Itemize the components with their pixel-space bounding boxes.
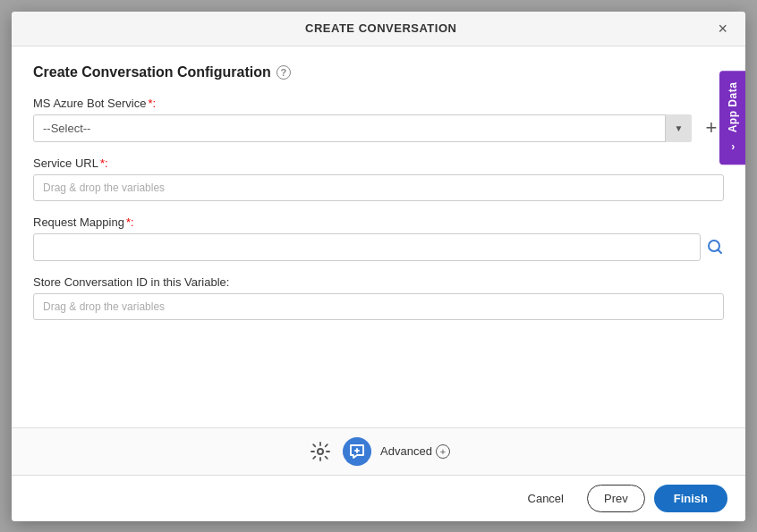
request-mapping-search-button[interactable] <box>706 238 724 256</box>
gear-button[interactable] <box>307 438 334 465</box>
ms-azure-select[interactable]: --Select-- <box>33 114 692 142</box>
section-title: Create Conversation Configuration ? <box>33 64 724 80</box>
close-button[interactable]: × <box>714 21 731 37</box>
service-url-input[interactable] <box>33 174 724 201</box>
app-data-label: App Data <box>727 81 739 132</box>
store-id-input[interactable] <box>33 293 724 320</box>
prev-button[interactable]: Prev <box>587 485 645 512</box>
modal-header: CREATE CONVERSATION × <box>12 12 745 46</box>
ms-azure-required-star: *: <box>148 97 156 110</box>
service-url-required-star: *: <box>100 156 108 170</box>
advanced-plus-icon[interactable]: + <box>436 444 450 459</box>
finish-button[interactable]: Finish <box>654 485 727 512</box>
ms-azure-select-row: --Select-- ▼ + <box>33 114 724 142</box>
modal-title: CREATE CONVERSATION <box>47 21 714 35</box>
modal-footer-actions: Cancel Prev Finish <box>12 475 745 521</box>
ms-azure-label: MS Azure Bot Service *: <box>33 97 724 110</box>
request-mapping-field-group: Request Mapping *: <box>33 215 724 261</box>
svg-point-2 <box>318 449 323 454</box>
request-mapping-row <box>33 233 724 261</box>
ms-azure-field-group: MS Azure Bot Service *: --Select-- ▼ + <box>33 97 724 142</box>
advanced-label: Advanced + <box>380 444 450 459</box>
ms-azure-select-wrapper: --Select-- ▼ <box>33 114 692 142</box>
chat-plus-icon <box>349 443 365 460</box>
add-message-button[interactable] <box>343 437 371 466</box>
service-url-label: Service URL *: <box>33 156 724 170</box>
request-mapping-label: Request Mapping *: <box>33 215 724 229</box>
app-data-chevron: ‹ <box>731 141 736 154</box>
section-title-text: Create Conversation Configuration <box>33 64 271 80</box>
app-data-tab[interactable]: ‹ App Data <box>719 71 745 165</box>
service-url-field-group: Service URL *: <box>33 156 724 201</box>
request-mapping-input[interactable] <box>33 233 701 261</box>
store-id-field-group: Store Conversation ID in this Variable: <box>33 275 724 320</box>
help-icon[interactable]: ? <box>276 65 291 80</box>
modal-toolbar: Advanced + <box>12 427 745 475</box>
gear-icon <box>310 442 330 461</box>
cancel-button[interactable]: Cancel <box>514 486 578 511</box>
create-conversation-modal: CREATE CONVERSATION × Create Conversatio… <box>12 12 745 521</box>
svg-line-1 <box>719 250 722 254</box>
request-mapping-required-star: *: <box>126 215 134 229</box>
store-id-label: Store Conversation ID in this Variable: <box>33 275 724 289</box>
search-icon <box>706 238 724 256</box>
modal-body: Create Conversation Configuration ? MS A… <box>12 46 745 427</box>
